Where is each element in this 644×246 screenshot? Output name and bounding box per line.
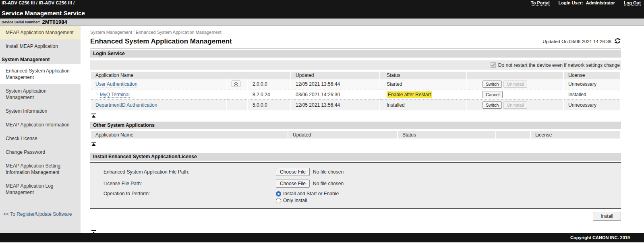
- actions-cell: SwitchUninstall: [467, 100, 563, 110]
- radio-unselected-icon[interactable]: [276, 198, 281, 203]
- scroll-to-top-icon[interactable]: [91, 112, 96, 120]
- radio-option[interactable]: Install and Start or Enable: [276, 191, 339, 196]
- refresh-icon[interactable]: [614, 38, 621, 45]
- sidebar-item-meap-application-information[interactable]: MEAP Application Information: [0, 118, 81, 132]
- top-bar: iR-ADV C256 III / iR-ADV C256 III / To P…: [0, 0, 644, 19]
- updated-cell: 12/05 2021 13:56:44: [291, 100, 379, 110]
- operation-row: Operation to Perform: Install and Start …: [90, 191, 621, 203]
- file-input: Choose FileNo file chosen: [276, 180, 344, 188]
- sidebar-item-meap-application-setting-information-management[interactable]: MEAP Application Setting Information Man…: [0, 159, 81, 179]
- sidebar: MEAP Application ManagementInstall MEAP …: [0, 26, 81, 233]
- radio-option-label: Install and Start or Enable: [283, 191, 339, 196]
- switch-button[interactable]: Switch: [482, 81, 502, 88]
- file-path-label: Enhanced System Application File Path:: [90, 169, 276, 175]
- table-row: DepartmentID Authentication5.0.0.012/05 …: [91, 100, 620, 110]
- back-to-register-update-link[interactable]: << To Register/Update Software: [0, 206, 81, 220]
- other-apps-table-header: Application NameUpdatedStatusLicense: [91, 131, 620, 139]
- radio-option[interactable]: Only Install: [276, 198, 339, 203]
- login-user-name: Administrator: [586, 0, 615, 5]
- file-chosen-text: No file chosen: [313, 169, 344, 175]
- app-link[interactable]: User Authentication: [95, 81, 137, 87]
- actions-cell: Cancel: [467, 89, 563, 100]
- col-status: Status: [380, 72, 466, 79]
- license-cell: Installed: [564, 89, 620, 100]
- operation-label: Operation to Perform:: [90, 191, 276, 196]
- serial-bar: Device Serial Number: 2MT01984: [0, 19, 644, 26]
- updated-cell: 03/06 2021 14:26:30: [291, 89, 379, 100]
- section-other-apps: Other System Applications: [90, 122, 621, 129]
- col-license: License: [564, 72, 620, 79]
- tree-branch-glyph: └: [95, 92, 99, 97]
- file-chosen-text: No file chosen: [313, 181, 344, 186]
- restart-checkbox[interactable]: [491, 62, 496, 68]
- cancel-button[interactable]: Cancel: [482, 91, 503, 98]
- title-row: Enhanced System Application Management U…: [90, 35, 621, 49]
- version-cell: 2.0.0.0: [248, 79, 290, 89]
- file-input: Choose FileNo file chosen: [276, 168, 344, 176]
- bottom-separator: [90, 227, 621, 227]
- file-path-label: License File Path:: [90, 181, 276, 186]
- copyright-text: Copyright CANON INC. 2019: [570, 235, 630, 240]
- status-highlighted: Enable after Restart: [387, 91, 432, 98]
- sidebar-item-enhanced-system-application-management[interactable]: Enhanced System Application Management: [0, 64, 81, 84]
- status-text: Started: [387, 81, 402, 87]
- collapse-cell: [227, 100, 247, 110]
- operation-options: Install and Start or EnableOnly Install: [276, 191, 339, 203]
- install-button-row: Install: [90, 212, 621, 221]
- sidebar-item-change-password[interactable]: Change Password: [0, 145, 81, 159]
- restart-checkbox-label: Do not restart the device even if networ…: [498, 62, 620, 68]
- login-service-table-header: Application NameUpdatedStatusLicense: [91, 72, 620, 79]
- install-button[interactable]: Install: [593, 212, 621, 221]
- radio-option-label: Only Install: [283, 198, 307, 203]
- col-updated: Updated: [288, 131, 397, 139]
- status-cell: Started: [380, 79, 466, 89]
- sidebar-item-meap-application-log-management[interactable]: MEAP Application Log Management: [0, 179, 81, 199]
- col-updated: Updated: [291, 72, 379, 79]
- uninstall-button: Uninstall: [503, 81, 527, 88]
- choose-file-button[interactable]: Choose File: [276, 180, 310, 188]
- status-cell: Enable after Restart: [380, 89, 466, 100]
- app-link[interactable]: MyQ Terminal: [100, 92, 130, 98]
- sidebar-item-system-application-management[interactable]: System Application Management: [0, 84, 81, 104]
- install-form: Enhanced System Application File Path:Ch…: [90, 162, 621, 209]
- table-row: └MyQ Terminal8.2.0.2403/06 2021 14:26:30…: [91, 89, 620, 100]
- login-user: Login User: Administrator: [559, 0, 615, 5]
- page-title: Enhanced System Application Management: [90, 37, 232, 45]
- choose-file-button[interactable]: Choose File: [276, 168, 310, 176]
- sidebar-item-check-license[interactable]: Check License: [0, 132, 81, 145]
- serial-label: Device Serial Number:: [2, 20, 40, 25]
- file-path-row: Enhanced System Application File Path:Ch…: [90, 167, 621, 176]
- restart-checkbox-row: Do not restart the device even if networ…: [90, 60, 621, 70]
- switch-button[interactable]: Switch: [482, 101, 502, 109]
- col-license: License: [531, 131, 620, 139]
- collapse-cell: [227, 89, 247, 100]
- updated-on-row: Updated On:03/06 2021 14:26:38: [543, 38, 621, 45]
- license-cell: Unnecessary: [564, 79, 620, 89]
- actions-cell: SwitchUninstall: [467, 79, 563, 89]
- login-service-table: Application NameUpdatedStatusLicense Use…: [90, 72, 621, 110]
- col-application-name: Application Name: [91, 131, 288, 139]
- to-portal-link[interactable]: To Portal: [531, 0, 550, 6]
- status-text: Installed: [387, 102, 405, 108]
- section-install: Install Enhanced System Application/Lice…: [90, 153, 621, 161]
- serial-value: 2MT01984: [42, 19, 67, 25]
- sidebar-item-install-meap-application[interactable]: Install MEAP Application: [0, 39, 81, 53]
- col-application-name: Application Name: [91, 72, 290, 79]
- col-status: Status: [398, 131, 495, 139]
- updated-on-text: Updated On:03/06 2021 14:26:38: [543, 39, 611, 44]
- version-cell: 5.0.0.0: [248, 100, 290, 110]
- main-content: System Management : Enhanced System Appl…: [81, 26, 644, 233]
- sidebar-item-system-information[interactable]: System Information: [0, 104, 81, 118]
- app-link[interactable]: DepartmentID Authentication: [95, 102, 157, 108]
- topbar-links: To Portal Login User: Administrator Log …: [531, 0, 641, 6]
- sidebar-item-meap-application-management[interactable]: MEAP Application Management: [0, 26, 81, 39]
- scroll-to-top-icon[interactable]: [91, 141, 96, 148]
- collapse-chevrons-icon[interactable]: [232, 81, 240, 87]
- scroll-to-top-icon[interactable]: [91, 229, 96, 236]
- radio-selected-icon[interactable]: [276, 191, 281, 196]
- logout-link[interactable]: Log Out: [624, 0, 641, 6]
- device-title: iR-ADV C256 III / iR-ADV C256 III /: [2, 0, 75, 5]
- updated-cell: 12/05 2021 13:56:44: [291, 79, 379, 89]
- version-cell: 8.2.0.24: [248, 89, 290, 100]
- section-login-service: Login Service: [90, 50, 621, 58]
